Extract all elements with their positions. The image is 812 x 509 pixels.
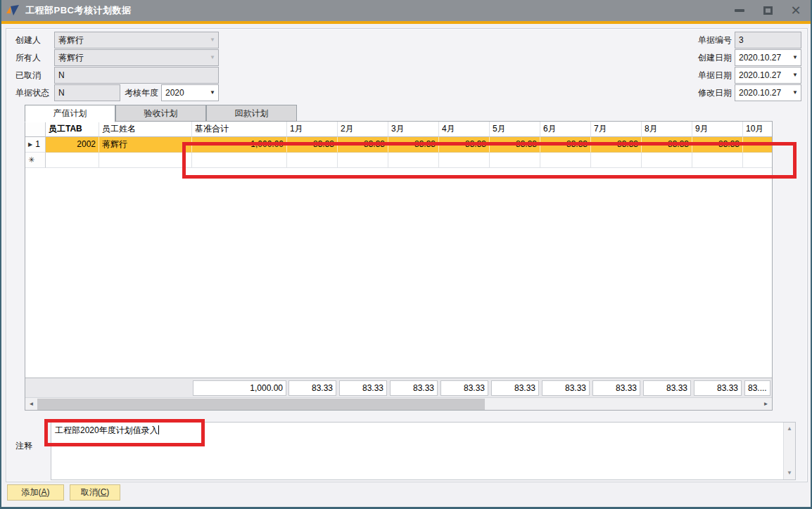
titlebar: 工程部PBC考核计划数据 ✕ [0,0,812,21]
cancel-button-label-suffix: ) [106,487,109,497]
footer-total-base: 1,000.00 [193,380,286,396]
assessment-year-dropdown[interactable]: 2020 ▼ [161,84,219,101]
new-cell-emp_name[interactable] [99,153,192,168]
chevron-down-icon: ▼ [792,85,798,101]
footer-total-month-9: 83.33 [694,380,742,396]
column-header-emp_tab[interactable]: 员工TAB [46,122,99,137]
add-button[interactable]: 添加(A) [7,484,64,501]
grid-summary-footer: 1,000.0083.3383.3383.3383.3383.3383.3383… [25,378,772,397]
annotation-rect-notes [44,419,205,446]
cell-emp_tab[interactable]: 2002 [46,137,99,153]
app-window: 工程部PBC考核计划数据 ✕ 创建人 蒋辉行 ▼ 所有人 蒋辉行 ▼ 已取消 N… [0,0,812,509]
modify-date-label: 修改日期 [691,84,732,101]
create-date-label: 创建日期 [691,49,732,66]
new-cell-emp_tab[interactable] [46,153,99,168]
column-header-month-1[interactable]: 1月 [287,122,338,137]
minimize-icon [735,9,744,12]
tab-payment-plan[interactable]: 回款计划 [206,105,297,122]
create-date-value: 2020.10.27 [739,53,781,63]
cancel-button-label: 取消( [81,487,101,497]
column-header-month-3[interactable]: 3月 [388,122,439,137]
doc-status-field: N [54,84,120,101]
chevron-down-icon: ▼ [792,50,798,65]
modify-date-value: 2020.10.27 [739,88,781,98]
row-number: 1 [35,139,40,149]
add-button-label-suffix: ) [47,487,50,497]
current-row-marker-icon: ▶ [28,141,32,148]
row-selector-header[interactable] [25,122,46,137]
accent-strip [0,21,812,24]
modify-date-dropdown[interactable]: 2020.10.27 ▼ [735,84,801,101]
create-date-dropdown[interactable]: 2020.10.27 ▼ [735,49,801,66]
row-selector[interactable]: ▶1 [25,137,46,153]
column-header-base_total[interactable]: 基准合计 [192,122,287,137]
chevron-down-icon: ▼ [210,50,215,65]
notes-vertical-scrollbar[interactable]: ▲ ▼ [783,423,795,479]
footer-total-month-8: 83.33 [643,380,691,396]
doc-number-value: 3 [739,35,744,45]
footer-total-month-7: 83.33 [592,380,640,396]
grid-header-row: 员工TAB员工姓名基准合计1月2月3月4月5月6月7月8月9月10月 [25,122,773,137]
doc-date-value: 2020.10.27 [739,70,781,80]
footer-total-month-10: 83.... [744,380,770,396]
annotation-rect-data-row [182,142,797,179]
chevron-down-icon: ▼ [792,67,798,83]
creator-field: 蒋辉行 ▼ [54,32,219,49]
maximize-button[interactable] [757,2,778,19]
owner-value: 蒋辉行 [58,53,84,63]
cancelled-value: N [58,70,65,80]
doc-number-label: 单据编号 [691,32,732,49]
column-header-month-5[interactable]: 5月 [490,122,540,137]
cell-emp_name[interactable]: 蒋辉行 [99,137,192,153]
app-logo-icon [6,4,20,17]
column-header-month-9[interactable]: 9月 [692,122,743,137]
new-row-icon: ✳ [28,155,34,164]
doc-number-field: 3 [735,32,801,49]
window-controls: ✕ [729,2,806,19]
tab-output-plan[interactable]: 产值计划 [25,105,115,122]
tab-acceptance-plan[interactable]: 验收计划 [115,105,206,122]
scroll-left-icon[interactable]: ◄ [25,398,37,410]
add-button-mnemonic: A [41,487,46,497]
column-header-month-10[interactable]: 10月 [743,122,773,137]
doc-date-label: 单据日期 [691,67,732,84]
footer-total-month-3: 83.33 [390,380,438,396]
horizontal-scrollbar[interactable]: ◄ ► [25,397,772,410]
doc-date-dropdown[interactable]: 2020.10.27 ▼ [735,67,801,84]
scroll-right-icon[interactable]: ► [760,398,772,410]
owner-label: 所有人 [15,49,41,66]
maximize-icon [763,6,773,15]
footer-total-month-5: 83.33 [491,380,539,396]
footer-total-month-1: 83.33 [288,380,336,396]
doc-status-value: N [58,88,65,98]
cancelled-label: 已取消 [15,67,41,84]
creator-value: 蒋辉行 [58,35,84,45]
window-title: 工程部PBC考核计划数据 [25,4,131,17]
close-button[interactable]: ✕ [785,2,806,19]
creator-label: 创建人 [15,32,41,49]
scroll-down-icon[interactable]: ▼ [784,468,795,479]
assessment-year-value: 2020 [165,88,184,98]
footer-total-month-6: 83.33 [542,380,590,396]
assessment-year-label: 考核年度 [125,84,158,101]
column-header-month-2[interactable]: 2月 [338,122,388,137]
chevron-down-icon: ▼ [210,32,215,48]
column-header-month-6[interactable]: 6月 [540,122,591,137]
notes-label: 注释 [15,437,32,454]
cancel-button[interactable]: 取消(C) [70,484,120,501]
owner-field: 蒋辉行 ▼ [54,49,219,66]
footer-total-month-2: 83.33 [339,380,387,396]
column-header-month-8[interactable]: 8月 [642,122,692,137]
footer-total-month-4: 83.33 [440,380,488,396]
close-icon: ✕ [790,4,801,17]
scroll-up-icon[interactable]: ▲ [784,423,795,434]
new-row-selector[interactable]: ✳ [25,153,46,168]
column-header-month-7[interactable]: 7月 [591,122,642,137]
chevron-down-icon: ▼ [210,85,215,101]
column-header-emp_name[interactable]: 员工姓名 [99,122,192,137]
minimize-button[interactable] [729,2,750,19]
column-header-month-4[interactable]: 4月 [439,122,490,137]
scrollbar-thumb[interactable] [37,399,485,410]
doc-status-label: 单据状态 [15,84,49,101]
cancelled-field: N [54,67,219,84]
